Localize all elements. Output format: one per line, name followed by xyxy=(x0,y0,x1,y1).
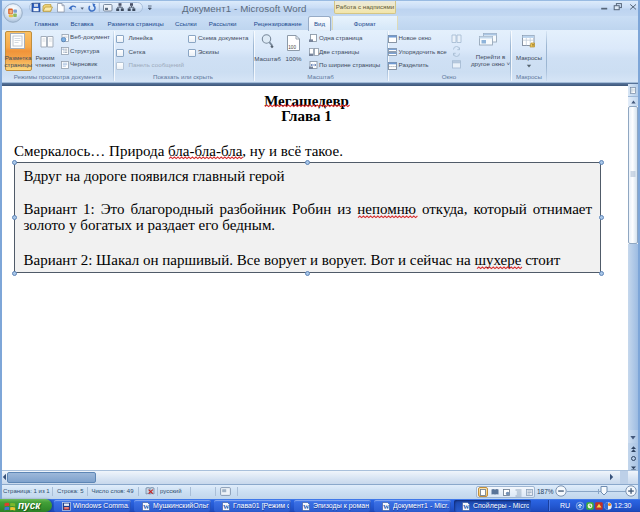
svg-text:W: W xyxy=(383,503,390,510)
svg-text:W: W xyxy=(143,503,150,510)
svg-text:W: W xyxy=(463,503,470,510)
svg-text:100: 100 xyxy=(288,45,296,50)
svg-text:W: W xyxy=(303,503,310,510)
svg-text:W: W xyxy=(223,503,230,510)
